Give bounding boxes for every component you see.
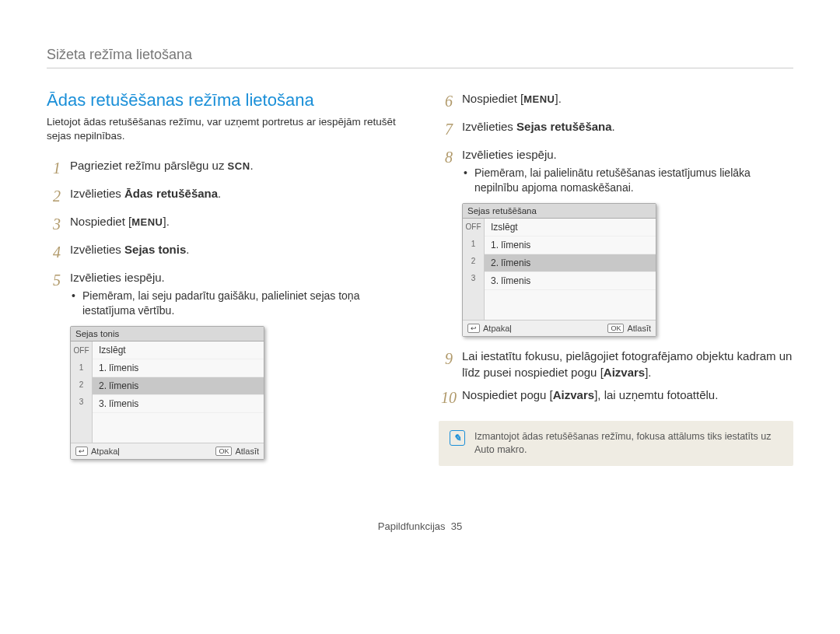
page-footer: Papildfunkcijas 35 — [47, 520, 793, 532]
step-number: 8 — [439, 146, 459, 168]
menu-level-icon: 3 — [71, 393, 92, 410]
menu-mock-sejas-retusesana: Sejas retušēšana OFF 1 2 3 Izslēgt 1. lī… — [462, 203, 656, 337]
step-7: 7 Izvēlieties Sejas retušēšana. — [439, 118, 793, 140]
menu-title: Sejas retušēšana — [463, 204, 656, 219]
menu-icon: MENU — [523, 93, 555, 105]
step-text: Pagrieziet režīmu pārslēgu uz SCN. — [70, 159, 254, 172]
menu-item[interactable]: Izslēgt — [485, 219, 656, 236]
manual-page: Sižeta režīma lietošana Ādas retušēšanas… — [0, 0, 840, 548]
menu-footer: ↩Atpakaļ OKAtlasīt — [71, 443, 264, 459]
menu-item-selected[interactable]: 2. līmenis — [485, 254, 656, 272]
step-number: 3 — [47, 213, 67, 235]
back-icon: ↩ — [467, 324, 480, 333]
step-9: 9 Lai iestatītu fokusu, pielāgojiet foto… — [439, 348, 793, 380]
menu-level-icon: 2 — [71, 376, 92, 393]
steps-right-cont: 9 Lai iestatītu fokusu, pielāgojiet foto… — [439, 348, 793, 408]
step-text: Izvēlieties Ādas retušēšana. — [70, 187, 221, 200]
step-10: 10 Nospiediet pogu [Aizvars], lai uzņemt… — [439, 387, 793, 408]
bullet-item: Piemēram, lai palielinātu retušēšanas ie… — [462, 166, 793, 195]
ok-icon: OK — [215, 447, 232, 456]
step-text: Nospiediet [MENU]. — [70, 215, 170, 228]
step-4: 4 Izvēlieties Sejas tonis. — [47, 241, 401, 263]
menu-level-icon: 1 — [71, 359, 92, 376]
step-2: 2 Izvēlieties Ādas retušēšana. — [47, 185, 401, 207]
menu-list: Izslēgt 1. līmenis 2. līmenis 3. līmenis — [93, 342, 264, 443]
menu-item[interactable]: 1. līmenis — [93, 359, 264, 377]
step-number: 10 — [439, 387, 459, 408]
intro-text: Lietojot ādas retušēšanas režīmu, var uz… — [47, 115, 401, 143]
menu-level-icon: OFF — [463, 219, 484, 236]
menu-list: Izslēgt 1. līmenis 2. līmenis 3. līmenis — [485, 219, 656, 320]
step-number: 5 — [47, 269, 67, 291]
breadcrumb: Sižeta režīma lietošana — [47, 47, 793, 68]
section-title: Ādas retušēšanas režīma lietošana — [47, 90, 401, 110]
step-number: 9 — [439, 348, 459, 370]
step-text: Izvēlieties iespēju. — [462, 148, 557, 161]
menu-item-selected[interactable]: 2. līmenis — [93, 377, 264, 395]
step-number: 2 — [47, 185, 67, 207]
step-text: Izvēlieties Sejas tonis. — [70, 243, 189, 256]
menu-item[interactable]: 3. līmenis — [93, 395, 264, 413]
step-number: 1 — [47, 157, 67, 179]
step-bullets: Piemēram, lai palielinātu retušēšanas ie… — [462, 166, 793, 195]
menu-footer: ↩Atpakaļ OKAtlasīt — [463, 320, 656, 336]
step-1: 1 Pagrieziet režīmu pārslēgu uz SCN. — [47, 157, 401, 179]
menu-level-icon: 3 — [463, 270, 484, 287]
step-6: 6 Nospiediet [MENU]. — [439, 90, 793, 112]
content-columns: Ādas retušēšanas režīma lietošana Lietoj… — [47, 90, 793, 466]
menu-level-icon: 2 — [463, 253, 484, 270]
menu-item[interactable]: 1. līmenis — [485, 236, 656, 254]
step-bullets: Piemēram, lai seju padarītu gaišāku, pal… — [70, 289, 401, 318]
menu-item[interactable]: Izslēgt — [93, 342, 264, 359]
step-text: Izvēlieties Sejas retušēšana. — [462, 120, 615, 133]
step-text: Nospiediet pogu [Aizvars], lai uzņemtu f… — [462, 388, 718, 401]
scn-icon: SCN — [228, 160, 250, 172]
menu-icon-column: OFF 1 2 3 — [463, 219, 485, 320]
right-column: 6 Nospiediet [MENU]. 7 Izvēlieties Sejas… — [439, 90, 793, 466]
menu-mock-sejas-tonis: Sejas tonis OFF 1 2 3 Izslēgt 1. līmenis… — [70, 326, 264, 460]
ok-icon: OK — [607, 324, 624, 333]
menu-level-icon: 1 — [463, 236, 484, 253]
step-5: 5 Izvēlieties iespēju. Piemēram, lai sej… — [47, 269, 401, 318]
menu-back[interactable]: ↩Atpakaļ — [75, 447, 120, 456]
step-text: Lai iestatītu fokusu, pielāgojiet fotogr… — [462, 349, 792, 379]
menu-back[interactable]: ↩Atpakaļ — [467, 324, 512, 333]
menu-icon: MENU — [131, 216, 163, 228]
left-column: Ādas retušēšanas režīma lietošana Lietoj… — [47, 90, 401, 466]
menu-item[interactable]: 3. līmenis — [485, 272, 656, 290]
step-3: 3 Nospiediet [MENU]. — [47, 213, 401, 235]
page-number: 35 — [451, 520, 462, 532]
bullet-item: Piemēram, lai seju padarītu gaišāku, pal… — [70, 289, 401, 318]
note-text: Izmantojot ādas retušēšanas režīmu, foku… — [474, 430, 782, 457]
steps-right: 6 Nospiediet [MENU]. 7 Izvēlieties Sejas… — [439, 90, 793, 195]
menu-select[interactable]: OKAtlasīt — [215, 447, 259, 456]
step-text: Izvēlieties iespēju. — [70, 271, 165, 284]
step-number: 4 — [47, 241, 67, 263]
step-8: 8 Izvēlieties iespēju. Piemēram, lai pal… — [439, 146, 793, 195]
back-icon: ↩ — [75, 447, 88, 456]
step-number: 6 — [439, 90, 459, 112]
menu-title: Sejas tonis — [71, 327, 264, 342]
step-number: 7 — [439, 118, 459, 140]
menu-icon-column: OFF 1 2 3 — [71, 342, 93, 443]
note-box: ✎ Izmantojot ādas retušēšanas režīmu, fo… — [439, 421, 793, 466]
menu-level-icon: OFF — [71, 342, 92, 359]
footer-label: Papildfunkcijas — [378, 520, 446, 532]
steps-left: 1 Pagrieziet režīmu pārslēgu uz SCN. 2 I… — [47, 157, 401, 318]
info-icon: ✎ — [450, 430, 465, 446]
step-text: Nospiediet [MENU]. — [462, 92, 562, 105]
menu-select[interactable]: OKAtlasīt — [607, 324, 651, 333]
